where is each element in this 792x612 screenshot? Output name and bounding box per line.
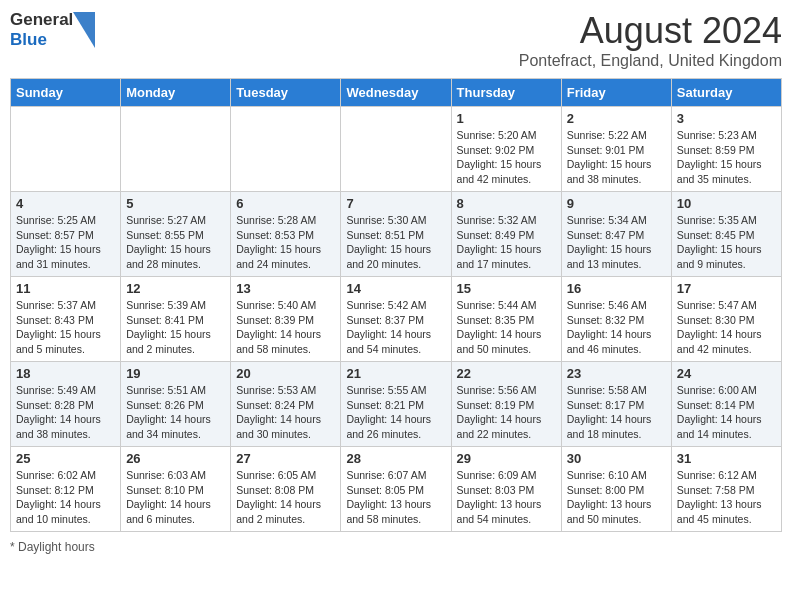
calendar-cell: 17Sunrise: 5:47 AM Sunset: 8:30 PM Dayli… <box>671 277 781 362</box>
day-number: 9 <box>567 196 666 211</box>
day-info: Sunrise: 6:03 AM Sunset: 8:10 PM Dayligh… <box>126 468 225 527</box>
day-info: Sunrise: 5:35 AM Sunset: 8:45 PM Dayligh… <box>677 213 776 272</box>
day-info: Sunrise: 5:20 AM Sunset: 9:02 PM Dayligh… <box>457 128 556 187</box>
logo: General Blue <box>10 10 95 49</box>
calendar-cell <box>121 107 231 192</box>
day-number: 6 <box>236 196 335 211</box>
day-info: Sunrise: 6:09 AM Sunset: 8:03 PM Dayligh… <box>457 468 556 527</box>
calendar-cell <box>231 107 341 192</box>
calendar-cell: 29Sunrise: 6:09 AM Sunset: 8:03 PM Dayli… <box>451 447 561 532</box>
day-number: 22 <box>457 366 556 381</box>
calendar-cell: 7Sunrise: 5:30 AM Sunset: 8:51 PM Daylig… <box>341 192 451 277</box>
day-info: Sunrise: 5:37 AM Sunset: 8:43 PM Dayligh… <box>16 298 115 357</box>
calendar-cell: 2Sunrise: 5:22 AM Sunset: 9:01 PM Daylig… <box>561 107 671 192</box>
day-number: 17 <box>677 281 776 296</box>
day-number: 29 <box>457 451 556 466</box>
day-number: 16 <box>567 281 666 296</box>
day-of-week-header: Wednesday <box>341 79 451 107</box>
calendar-cell: 16Sunrise: 5:46 AM Sunset: 8:32 PM Dayli… <box>561 277 671 362</box>
day-info: Sunrise: 5:27 AM Sunset: 8:55 PM Dayligh… <box>126 213 225 272</box>
day-number: 19 <box>126 366 225 381</box>
calendar-cell: 25Sunrise: 6:02 AM Sunset: 8:12 PM Dayli… <box>11 447 121 532</box>
footer-note: * Daylight hours <box>10 540 782 554</box>
calendar-cell: 21Sunrise: 5:55 AM Sunset: 8:21 PM Dayli… <box>341 362 451 447</box>
day-info: Sunrise: 5:42 AM Sunset: 8:37 PM Dayligh… <box>346 298 445 357</box>
day-number: 5 <box>126 196 225 211</box>
day-of-week-header: Friday <box>561 79 671 107</box>
day-info: Sunrise: 6:12 AM Sunset: 7:58 PM Dayligh… <box>677 468 776 527</box>
calendar-header-row: SundayMondayTuesdayWednesdayThursdayFrid… <box>11 79 782 107</box>
day-of-week-header: Saturday <box>671 79 781 107</box>
calendar-cell: 24Sunrise: 6:00 AM Sunset: 8:14 PM Dayli… <box>671 362 781 447</box>
day-number: 7 <box>346 196 445 211</box>
calendar-cell: 1Sunrise: 5:20 AM Sunset: 9:02 PM Daylig… <box>451 107 561 192</box>
day-info: Sunrise: 5:30 AM Sunset: 8:51 PM Dayligh… <box>346 213 445 272</box>
day-info: Sunrise: 5:49 AM Sunset: 8:28 PM Dayligh… <box>16 383 115 442</box>
day-of-week-header: Thursday <box>451 79 561 107</box>
calendar-cell: 8Sunrise: 5:32 AM Sunset: 8:49 PM Daylig… <box>451 192 561 277</box>
calendar-cell: 30Sunrise: 6:10 AM Sunset: 8:00 PM Dayli… <box>561 447 671 532</box>
day-of-week-header: Monday <box>121 79 231 107</box>
day-info: Sunrise: 5:44 AM Sunset: 8:35 PM Dayligh… <box>457 298 556 357</box>
calendar-cell: 23Sunrise: 5:58 AM Sunset: 8:17 PM Dayli… <box>561 362 671 447</box>
day-info: Sunrise: 5:56 AM Sunset: 8:19 PM Dayligh… <box>457 383 556 442</box>
day-info: Sunrise: 6:07 AM Sunset: 8:05 PM Dayligh… <box>346 468 445 527</box>
day-number: 1 <box>457 111 556 126</box>
day-info: Sunrise: 6:02 AM Sunset: 8:12 PM Dayligh… <box>16 468 115 527</box>
calendar-cell: 10Sunrise: 5:35 AM Sunset: 8:45 PM Dayli… <box>671 192 781 277</box>
calendar-week-row: 4Sunrise: 5:25 AM Sunset: 8:57 PM Daylig… <box>11 192 782 277</box>
day-number: 12 <box>126 281 225 296</box>
day-info: Sunrise: 5:34 AM Sunset: 8:47 PM Dayligh… <box>567 213 666 272</box>
calendar-cell: 5Sunrise: 5:27 AM Sunset: 8:55 PM Daylig… <box>121 192 231 277</box>
day-number: 10 <box>677 196 776 211</box>
day-number: 2 <box>567 111 666 126</box>
calendar-cell: 19Sunrise: 5:51 AM Sunset: 8:26 PM Dayli… <box>121 362 231 447</box>
day-number: 14 <box>346 281 445 296</box>
calendar-cell: 31Sunrise: 6:12 AM Sunset: 7:58 PM Dayli… <box>671 447 781 532</box>
day-info: Sunrise: 5:22 AM Sunset: 9:01 PM Dayligh… <box>567 128 666 187</box>
calendar-cell: 9Sunrise: 5:34 AM Sunset: 8:47 PM Daylig… <box>561 192 671 277</box>
day-number: 4 <box>16 196 115 211</box>
svg-marker-0 <box>73 12 95 48</box>
day-info: Sunrise: 6:10 AM Sunset: 8:00 PM Dayligh… <box>567 468 666 527</box>
calendar-cell: 27Sunrise: 6:05 AM Sunset: 8:08 PM Dayli… <box>231 447 341 532</box>
calendar-cell: 4Sunrise: 5:25 AM Sunset: 8:57 PM Daylig… <box>11 192 121 277</box>
location-subtitle: Pontefract, England, United Kingdom <box>519 52 782 70</box>
day-number: 28 <box>346 451 445 466</box>
page-header: General Blue August 2024 Pontefract, Eng… <box>10 10 782 70</box>
day-number: 21 <box>346 366 445 381</box>
logo-general-text: General <box>10 10 73 30</box>
day-number: 18 <box>16 366 115 381</box>
day-number: 13 <box>236 281 335 296</box>
calendar-cell <box>11 107 121 192</box>
calendar-cell: 11Sunrise: 5:37 AM Sunset: 8:43 PM Dayli… <box>11 277 121 362</box>
day-number: 11 <box>16 281 115 296</box>
day-number: 15 <box>457 281 556 296</box>
day-number: 25 <box>16 451 115 466</box>
day-number: 27 <box>236 451 335 466</box>
day-info: Sunrise: 5:47 AM Sunset: 8:30 PM Dayligh… <box>677 298 776 357</box>
calendar-cell: 14Sunrise: 5:42 AM Sunset: 8:37 PM Dayli… <box>341 277 451 362</box>
day-number: 31 <box>677 451 776 466</box>
day-info: Sunrise: 5:40 AM Sunset: 8:39 PM Dayligh… <box>236 298 335 357</box>
calendar-table: SundayMondayTuesdayWednesdayThursdayFrid… <box>10 78 782 532</box>
calendar-cell <box>341 107 451 192</box>
calendar-cell: 15Sunrise: 5:44 AM Sunset: 8:35 PM Dayli… <box>451 277 561 362</box>
day-info: Sunrise: 5:58 AM Sunset: 8:17 PM Dayligh… <box>567 383 666 442</box>
day-number: 24 <box>677 366 776 381</box>
calendar-week-row: 1Sunrise: 5:20 AM Sunset: 9:02 PM Daylig… <box>11 107 782 192</box>
day-info: Sunrise: 5:55 AM Sunset: 8:21 PM Dayligh… <box>346 383 445 442</box>
calendar-week-row: 25Sunrise: 6:02 AM Sunset: 8:12 PM Dayli… <box>11 447 782 532</box>
day-info: Sunrise: 5:51 AM Sunset: 8:26 PM Dayligh… <box>126 383 225 442</box>
calendar-cell: 6Sunrise: 5:28 AM Sunset: 8:53 PM Daylig… <box>231 192 341 277</box>
calendar-cell: 18Sunrise: 5:49 AM Sunset: 8:28 PM Dayli… <box>11 362 121 447</box>
month-year-title: August 2024 <box>519 10 782 52</box>
calendar-week-row: 11Sunrise: 5:37 AM Sunset: 8:43 PM Dayli… <box>11 277 782 362</box>
day-number: 30 <box>567 451 666 466</box>
day-info: Sunrise: 6:05 AM Sunset: 8:08 PM Dayligh… <box>236 468 335 527</box>
calendar-cell: 22Sunrise: 5:56 AM Sunset: 8:19 PM Dayli… <box>451 362 561 447</box>
day-of-week-header: Sunday <box>11 79 121 107</box>
day-number: 8 <box>457 196 556 211</box>
logo-blue-text: Blue <box>10 30 73 50</box>
calendar-cell: 13Sunrise: 5:40 AM Sunset: 8:39 PM Dayli… <box>231 277 341 362</box>
